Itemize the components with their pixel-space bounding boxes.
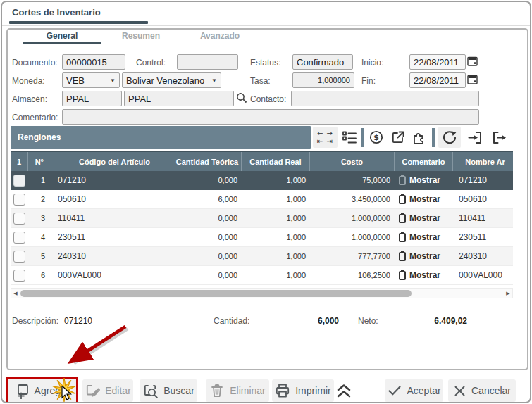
editar-label: Editar: [105, 385, 131, 396]
row-number: 2: [28, 190, 49, 208]
almacen-label: Almacén:: [12, 94, 47, 104]
column-header-teorica[interactable]: Cantidad Teórica: [173, 152, 242, 171]
column-header-costo[interactable]: Costo: [310, 152, 395, 171]
cell-codigo-articulo: 000VAL000: [49, 266, 173, 284]
cell-costo: 777,7700: [310, 247, 395, 265]
control-field[interactable]: [177, 54, 238, 70]
table-row[interactable]: 20506106,0001,0003.450,0000Mostrar050610: [11, 190, 513, 209]
active-tab-underline: [23, 42, 101, 44]
cell-nombre-articulo: 230511: [453, 228, 513, 246]
neto-label: Neto:: [358, 316, 378, 326]
renglones-section-bar: Renglones: [11, 126, 311, 149]
buscar-button[interactable]: Buscar: [140, 379, 197, 402]
moneda-code-select[interactable]: VEB ▼: [62, 72, 120, 88]
list-icon[interactable]: [340, 127, 359, 148]
clipboard-icon: [399, 176, 406, 185]
plugin-puzzle-icon[interactable]: [409, 127, 429, 148]
cell-costo: 75,0000: [310, 171, 395, 189]
row-checkbox[interactable]: [13, 194, 25, 206]
tasa-field[interactable]: [292, 72, 354, 88]
comentario-field[interactable]: [62, 109, 479, 125]
scrollbar-thumb[interactable]: [20, 290, 412, 297]
row-checkbox[interactable]: [13, 175, 25, 187]
fin-date-field[interactable]: [409, 72, 466, 88]
mostrar-link[interactable]: Mostrar: [409, 175, 440, 185]
export-icon[interactable]: [489, 127, 509, 148]
aceptar-label: Aceptar: [407, 385, 440, 396]
row-select-cell: [11, 171, 28, 189]
row-number: 3: [28, 209, 49, 227]
grid-body: 10712100,0001,00075,0000Mostrar071210205…: [11, 171, 513, 285]
fin-label: Fin:: [361, 76, 376, 86]
mostrar-link[interactable]: Mostrar: [409, 251, 440, 261]
table-row[interactable]: 6000VAL0000,0001,000106,2500Mostrar000VA…: [11, 266, 513, 285]
column-header-nombre[interactable]: Nombre Ar: [453, 152, 513, 171]
cortes-inventario-window: Cortes de Inventario General Resumen Ava…: [1, 1, 531, 403]
row-checkbox[interactable]: [13, 213, 25, 225]
clipboard-icon: [399, 195, 406, 204]
mostrar-link[interactable]: Mostrar: [409, 194, 440, 204]
moneda-name-select[interactable]: Bolivar Venezolano ▼: [122, 72, 221, 88]
title-underline: [9, 21, 148, 24]
table-row[interactable]: 31104110,0001,0001.000,0000Mostrar110411: [11, 209, 513, 228]
inicio-calendar-icon[interactable]: [467, 56, 478, 66]
almacen-search-icon[interactable]: [236, 92, 247, 103]
scroll-left-icon[interactable]: ◀: [11, 291, 20, 296]
table-row[interactable]: 52403100,0001,000777,7700Mostrar240310: [11, 247, 513, 266]
import-icon[interactable]: [465, 127, 485, 148]
column-header-comentario[interactable]: Comentario: [395, 152, 453, 171]
row-checkbox[interactable]: [13, 270, 25, 282]
inicio-date-field[interactable]: [409, 54, 466, 70]
eliminar-label: Eliminar: [230, 385, 266, 396]
mostrar-link[interactable]: Mostrar: [409, 232, 440, 242]
estatus-field[interactable]: [292, 54, 353, 70]
fit-columns-icon[interactable]: ← →⇤ ⇥: [313, 127, 338, 148]
aceptar-button[interactable]: Aceptar: [385, 379, 443, 402]
row-select-cell: [11, 228, 28, 246]
cell-costo: 1.000,0000: [310, 209, 395, 227]
cantidad-label: Cantidad:: [214, 316, 249, 326]
tasa-label: Tasa:: [250, 76, 271, 86]
contacto-field[interactable]: [291, 91, 479, 106]
eliminar-button[interactable]: Eliminar: [206, 379, 269, 402]
renglones-title: Renglones: [18, 132, 61, 142]
neto-value: 6.409,02: [407, 316, 467, 326]
page-title: Cortes de Inventario: [12, 7, 101, 18]
documento-label: Documento:: [12, 58, 58, 68]
fin-calendar-icon[interactable]: [467, 74, 478, 84]
cantidad-value: 6,000: [290, 316, 339, 326]
row-select-cell: [11, 209, 28, 227]
cancelar-button[interactable]: Cancelar: [448, 379, 516, 402]
horizontal-scrollbar[interactable]: ◀ ▶: [11, 288, 513, 298]
row-checkbox[interactable]: [13, 232, 25, 244]
moneda-code-value: VEB: [66, 75, 85, 86]
inicio-label: Inicio:: [361, 58, 383, 68]
refresh-icon[interactable]: [438, 127, 461, 148]
column-header-codigo[interactable]: Código del Artículo: [49, 152, 173, 171]
tab-resumen[interactable]: Resumen: [101, 31, 180, 43]
cell-nombre-articulo: 000VAL000: [453, 266, 513, 284]
agregar-button[interactable]: Agregar: [6, 377, 78, 403]
almacen-code-field[interactable]: [62, 91, 122, 106]
editar-button[interactable]: Editar: [82, 379, 133, 402]
collapse-chevrons-icon[interactable]: [335, 382, 353, 402]
table-row[interactable]: 10712100,0001,00075,0000Mostrar071210: [11, 171, 513, 190]
mostrar-link[interactable]: Mostrar: [409, 213, 440, 223]
scroll-right-icon[interactable]: ▶: [504, 291, 512, 296]
open-external-icon[interactable]: [389, 127, 407, 148]
cell-cantidad-real: 1,000: [242, 171, 310, 189]
row-checkbox[interactable]: [13, 251, 25, 263]
documento-field[interactable]: [62, 54, 125, 70]
column-header-real[interactable]: Cantidad Real: [242, 152, 310, 171]
mostrar-link[interactable]: Mostrar: [409, 270, 440, 280]
currency-dollar-icon[interactable]: $: [367, 127, 385, 148]
cell-comentario: Mostrar: [395, 190, 453, 208]
moneda-name-value: Bolivar Venezolano: [126, 75, 204, 86]
cell-cantidad-teorica: 6,000: [173, 190, 242, 208]
table-row[interactable]: 42305110,0001,0001.000,0000Mostrar230511: [11, 228, 513, 247]
almacen-name-field[interactable]: [124, 91, 234, 106]
column-header-n[interactable]: N°: [28, 152, 49, 171]
tab-avanzado[interactable]: Avanzado: [180, 31, 259, 43]
column-header-sel[interactable]: 1: [11, 152, 28, 171]
imprimir-button[interactable]: Imprimir: [272, 379, 334, 402]
